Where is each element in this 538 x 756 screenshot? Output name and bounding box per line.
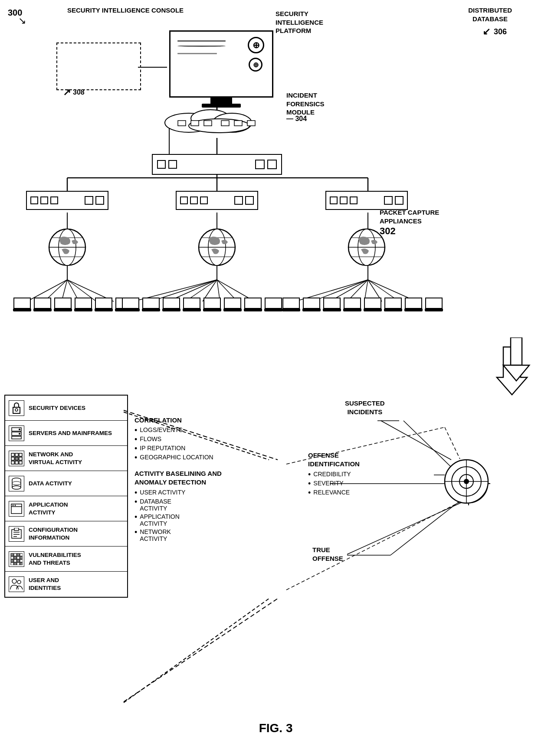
cat-config-label: CONFIGURATIONINFORMATION xyxy=(29,526,78,541)
svg-rect-168 xyxy=(17,563,20,565)
svg-rect-78 xyxy=(13,308,31,311)
offense-block: OFFENSEIDENTIFICATION • CREDIBILITY • SE… xyxy=(308,451,438,498)
cat-application: APPLICATIONACTIVITY xyxy=(5,496,127,521)
cat-security-devices-label: SECURITY DEVICES xyxy=(29,404,85,412)
corr-item-2: IP REPUTATION xyxy=(140,445,185,452)
svg-rect-137 xyxy=(15,461,18,464)
svg-rect-86 xyxy=(95,308,113,311)
svg-point-171 xyxy=(17,580,21,584)
cat-network-label: NETWORK ANDVIRTUAL ACTIVITY xyxy=(29,451,82,466)
sip-monitor: ⊕ ⊕ xyxy=(169,30,273,108)
svg-rect-95 xyxy=(184,298,200,308)
corr-item-1: FLOWS xyxy=(140,435,161,442)
cat-network: NETWORK ANDVIRTUAL ACTIVITY xyxy=(5,446,127,471)
svg-marker-122 xyxy=(503,365,529,381)
correlation-block: CORRELATION • LOGS/EVENTS • FLOWS • IP R… xyxy=(134,416,291,543)
corr-item-3: GEOGRAPHIC LOCATION xyxy=(140,454,213,461)
router-right xyxy=(325,191,408,210)
svg-rect-169 xyxy=(20,563,23,565)
svg-rect-163 xyxy=(14,560,16,562)
router-left xyxy=(26,191,108,210)
off-item-1: SEVERITY xyxy=(313,480,343,487)
svg-rect-117 xyxy=(405,298,422,308)
laptops-center xyxy=(121,297,282,312)
ifm-device xyxy=(154,108,284,134)
off-item-0: CREDIBILITY xyxy=(313,471,351,478)
dist-db-label: DISTRIBUTEDDATABASE xyxy=(468,6,512,23)
people-icon xyxy=(9,576,24,592)
globe-left xyxy=(35,226,100,267)
svg-rect-160 xyxy=(17,556,20,559)
true-offense: TRUEOFFENSE xyxy=(312,546,343,563)
svg-rect-134 xyxy=(15,457,18,460)
svg-rect-96 xyxy=(183,308,201,311)
cat-vuln: VULNERABILITIESAND THREATS xyxy=(5,547,127,572)
svg-line-49 xyxy=(390,501,460,555)
svg-line-184 xyxy=(347,502,462,554)
svg-rect-165 xyxy=(20,560,23,562)
svg-rect-157 xyxy=(20,553,23,556)
server-icon xyxy=(9,425,24,441)
activity-title: ACTIVITY BASELINING ANDANOMALY DETECTION xyxy=(134,469,291,486)
svg-rect-135 xyxy=(19,457,22,460)
cat-data-label: DATA ACTIVITY xyxy=(29,480,72,488)
svg-rect-104 xyxy=(264,308,282,311)
pca-label: PACKET CAPTUREAPPLIANCES xyxy=(380,208,439,225)
svg-rect-61 xyxy=(247,121,255,126)
lock-icon xyxy=(9,400,24,416)
svg-rect-90 xyxy=(121,308,140,311)
cat-application-label: APPLICATIONACTIVITY xyxy=(29,501,68,516)
svg-rect-77 xyxy=(14,298,30,308)
svg-point-148 xyxy=(15,504,16,506)
svg-point-143 xyxy=(12,486,21,489)
cat-servers: SERVERS AND MAINFRAMES xyxy=(5,421,127,446)
svg-line-36 xyxy=(124,599,269,703)
globe-right xyxy=(334,226,399,267)
bullseye xyxy=(443,458,490,505)
svg-rect-155 xyxy=(14,553,16,556)
svg-rect-164 xyxy=(17,560,20,562)
svg-rect-81 xyxy=(55,298,71,308)
svg-rect-99 xyxy=(224,298,241,308)
cat-security-devices: SECURITY DEVICES xyxy=(5,396,127,421)
svg-rect-154 xyxy=(11,553,13,556)
svg-rect-129 xyxy=(12,436,21,439)
svg-rect-107 xyxy=(303,298,320,308)
svg-rect-115 xyxy=(385,298,401,308)
svg-rect-59 xyxy=(221,121,229,126)
svg-rect-138 xyxy=(19,461,22,464)
svg-rect-133 xyxy=(11,457,14,460)
svg-point-170 xyxy=(12,579,16,583)
svg-rect-120 xyxy=(425,308,443,311)
down-arrow xyxy=(501,337,531,383)
svg-rect-131 xyxy=(15,453,18,456)
svg-rect-83 xyxy=(75,298,92,308)
cylinder-icon xyxy=(9,476,24,491)
svg-rect-108 xyxy=(302,308,321,311)
svg-rect-114 xyxy=(364,308,382,311)
svg-rect-103 xyxy=(265,298,282,308)
svg-rect-153 xyxy=(14,528,19,530)
act-item-2: APPLICATIONACTIVITY xyxy=(140,513,180,527)
diagram-id-arrow: ↘ xyxy=(18,15,26,26)
corr-item-0: LOGS/EVENTS xyxy=(140,426,183,433)
laptops-right xyxy=(282,297,443,312)
fig-label: FIG. 3 xyxy=(259,721,293,735)
svg-rect-156 xyxy=(17,553,20,556)
cat-servers-label: SERVERS AND MAINFRAMES xyxy=(29,429,112,437)
svg-rect-130 xyxy=(11,453,14,456)
svg-rect-79 xyxy=(34,298,51,308)
config-icon xyxy=(9,526,24,542)
console-box xyxy=(56,43,141,90)
svg-rect-92 xyxy=(142,308,160,311)
svg-rect-111 xyxy=(344,298,361,308)
svg-line-181 xyxy=(445,427,460,459)
svg-rect-118 xyxy=(404,308,423,311)
svg-point-147 xyxy=(13,504,14,506)
svg-rect-93 xyxy=(163,298,180,308)
svg-rect-110 xyxy=(323,308,341,311)
sip-label: SECURITYINTELLIGENCEPLATFORM xyxy=(276,10,323,35)
svg-point-144 xyxy=(12,481,21,485)
svg-rect-85 xyxy=(95,298,112,308)
svg-rect-167 xyxy=(14,563,16,565)
